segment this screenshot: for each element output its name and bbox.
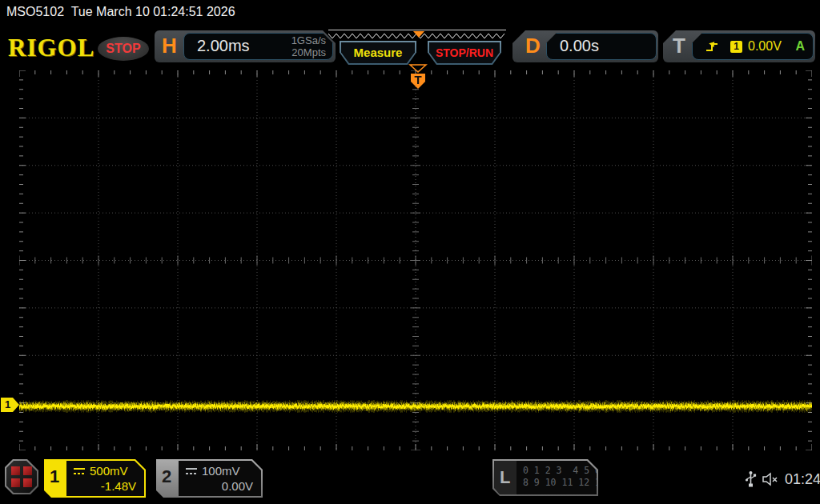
channel2-scale: 100mV	[202, 464, 240, 478]
rigol-logo: RIGOL	[8, 34, 94, 62]
logic-channel-numbers: 0 1 2 3 4 5 6 78 9 10 11 12 13 14 15	[517, 461, 597, 494]
timebase-display[interactable]: 2.00ms 1GSa/s20Mpts	[183, 33, 333, 60]
overview-trigger-position-icon[interactable]	[413, 31, 424, 38]
trigger-marker-letter: T	[414, 73, 421, 86]
menu-button[interactable]	[5, 459, 38, 494]
grid-menu-icon	[6, 461, 37, 493]
channel2-scale-row: 100mV	[185, 464, 240, 478]
trigger-label: T	[673, 34, 685, 58]
speaker-muted-icon	[762, 472, 781, 486]
menu-dot	[23, 478, 32, 487]
dc-coupling-icon	[185, 466, 198, 476]
trigger-position-marker[interactable]: T	[408, 64, 428, 91]
datetime: Tue March 10 01:24:51 2026	[71, 5, 235, 18]
menu-dot	[11, 466, 20, 475]
trigger-mode-auto: A	[795, 39, 805, 54]
horizontal-settings-box[interactable]: H 2.00ms 1GSa/s20Mpts	[155, 30, 336, 62]
channel2-offset: 0.00V	[222, 479, 253, 493]
channel2-number: 2	[162, 466, 171, 487]
logic-label: L	[494, 461, 517, 494]
channel1-scale: 500mV	[90, 464, 128, 478]
clock-time: 01:24	[785, 471, 820, 488]
stop-run-button[interactable]: STOP/RUN	[428, 41, 501, 65]
delay-settings-box[interactable]: D 0.00s	[512, 30, 658, 62]
rising-edge-trigger-icon	[705, 40, 719, 53]
usb-icon	[745, 470, 757, 488]
measure-button[interactable]: Measure	[340, 41, 416, 65]
trigger-display[interactable]: 1 0.00V A	[692, 33, 814, 60]
channel1-ground-marker[interactable]: 1	[1, 398, 19, 412]
channel1-trace	[19, 70, 812, 450]
channel1-status-widget[interactable]: 500mV -1.48V 1	[44, 459, 146, 498]
channel1-scale-row: 500mV	[73, 464, 128, 478]
timebase-value: 2.00ms	[197, 37, 250, 55]
sample-rate-depth: 1GSa/s20Mpts	[291, 34, 326, 58]
waveform-overview-bar[interactable]	[328, 30, 506, 41]
horizontal-label: H	[162, 34, 177, 58]
channel1-info: 500mV -1.48V	[66, 461, 144, 496]
memory-depth: 20Mpts	[291, 46, 326, 58]
logic-row2: 8 9 10 11 12 13 14 15	[523, 477, 639, 488]
measure-button-label: Measure	[341, 42, 415, 63]
channel1-offset: -1.48V	[101, 479, 136, 493]
channel1-number: 1	[50, 466, 59, 487]
menu-dot	[11, 478, 20, 487]
delay-display[interactable]: 0.00s	[546, 33, 657, 60]
stop-run-button-label: STOP/RUN	[429, 42, 500, 63]
model-name: MSO5102	[6, 5, 64, 18]
delay-value: 0.00s	[560, 37, 599, 55]
status-bar: MSO5102 Tue March 10 01:24:51 2026	[6, 5, 235, 19]
logic-row1: 0 1 2 3 4 5 6 7	[523, 465, 612, 476]
trigger-settings-box[interactable]: T 1 0.00V A	[663, 30, 815, 62]
trigger-level-value: 0.00V	[748, 39, 782, 54]
trigger-source-badge: 1	[730, 41, 742, 53]
logic-channels-widget[interactable]: L 0 1 2 3 4 5 6 78 9 10 11 12 13 14 15	[492, 459, 598, 496]
channel2-status-widget[interactable]: 100mV 0.00V 2	[156, 459, 263, 498]
channel2-info: 100mV 0.00V	[179, 461, 261, 496]
sample-rate: 1GSa/s	[291, 34, 326, 46]
menu-dot	[23, 466, 32, 475]
acquisition-status-badge: STOP	[98, 37, 149, 61]
delay-label: D	[525, 34, 541, 58]
dc-coupling-icon	[73, 466, 86, 476]
